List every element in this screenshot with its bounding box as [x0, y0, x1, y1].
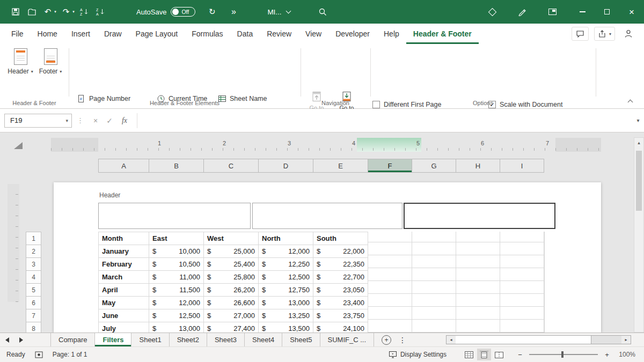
table-cell[interactable]: $13,250 [259, 309, 313, 322]
table-cell[interactable]: $25,000 [204, 245, 259, 258]
sheet-tab-sheet3[interactable]: Sheet3 [207, 333, 245, 346]
table-cell[interactable]: $12,000 [259, 245, 313, 258]
search-button[interactable] [315, 3, 331, 21]
page-layout-view-button[interactable] [477, 349, 491, 360]
horizontal-scrollbar[interactable]: ◂ ▸ [446, 335, 631, 344]
undo-dropdown[interactable]: ▾ [53, 3, 58, 21]
sheet-tab-compare[interactable]: Compare [50, 333, 95, 346]
table-cell[interactable]: $25,800 [204, 271, 259, 284]
autosave-toggle[interactable]: Off [171, 7, 195, 17]
row-header[interactable]: 4 [26, 271, 41, 284]
scroll-up-icon[interactable]: ▴ [634, 138, 643, 147]
table-cell[interactable]: $13,000 [259, 297, 313, 309]
table-cell[interactable]: $25,400 [204, 258, 259, 271]
sheet-tab-sumif[interactable]: SUMIF_C ... [320, 333, 375, 346]
tab-developer[interactable]: Developer [328, 24, 377, 44]
table-cell[interactable]: February [99, 258, 149, 271]
zoom-out-button[interactable]: − [515, 351, 525, 359]
column-header-b[interactable]: B [149, 159, 204, 172]
tab-data[interactable]: Data [230, 24, 260, 44]
table-cell[interactable]: North [259, 232, 313, 245]
quick-access-overflow-button[interactable]: » [225, 3, 241, 21]
table-cell[interactable]: $12,750 [259, 284, 313, 297]
table-cell[interactable]: $12,500 [149, 309, 204, 322]
collapse-ribbon-button[interactable] [625, 97, 635, 105]
minimize-button[interactable] [570, 0, 595, 24]
table-cell[interactable]: West [204, 232, 259, 245]
sheet-tab-sheet1[interactable]: Sheet1 [131, 333, 169, 346]
sort-ascending-button[interactable]: AZ [76, 3, 92, 21]
vertical-scrollbar[interactable]: ▴ [634, 137, 644, 333]
table-cell[interactable]: $13,500 [259, 322, 313, 333]
display-settings-button[interactable]: Display Settings [389, 351, 447, 358]
footer-button[interactable]: Footer▾ [36, 48, 64, 75]
table-cell[interactable]: $22,350 [313, 258, 368, 271]
share-button[interactable]: ▾ [594, 27, 615, 41]
record-macro-button[interactable] [35, 351, 43, 358]
table-cell[interactable]: $12,250 [259, 258, 313, 271]
zoom-slider-thumb[interactable] [561, 351, 564, 358]
zoom-in-button[interactable]: + [602, 351, 612, 359]
close-button[interactable]: × [619, 0, 644, 24]
table-cell[interactable]: $26,600 [204, 297, 259, 309]
column-header-e[interactable]: E [313, 159, 368, 172]
tab-home[interactable]: Home [31, 24, 64, 44]
tab-formulas[interactable]: Formulas [185, 24, 230, 44]
row-header[interactable]: 6 [26, 297, 41, 309]
table-cell[interactable]: $10,000 [149, 245, 204, 258]
vertical-scroll-thumb[interactable] [636, 151, 642, 211]
row-header[interactable]: 8 [26, 322, 41, 333]
tab-view[interactable]: View [298, 24, 328, 44]
page-break-view-button[interactable] [492, 349, 506, 360]
formula-input[interactable] [137, 113, 632, 128]
next-sheet-button[interactable] [14, 333, 28, 346]
table-cell[interactable]: July [99, 322, 149, 333]
column-header-f-selected[interactable]: F [368, 159, 412, 172]
column-header-d[interactable]: D [259, 159, 313, 172]
row-header[interactable]: 5 [26, 284, 41, 297]
table-cell[interactable]: $10,500 [149, 258, 204, 271]
table-cell[interactable]: April [99, 284, 149, 297]
sheet-tab-sheet4[interactable]: Sheet4 [245, 333, 282, 346]
table-cell[interactable]: $27,000 [204, 309, 259, 322]
row-header[interactable]: 3 [26, 258, 41, 271]
save-button[interactable] [8, 3, 24, 21]
formula-bar-splitter[interactable]: ⋮ [77, 116, 84, 124]
insert-function-button[interactable]: fx [116, 116, 133, 125]
document-title-button[interactable]: MI... [267, 8, 290, 16]
previous-sheet-button[interactable] [0, 333, 14, 346]
table-cell[interactable]: $26,200 [204, 284, 259, 297]
table-cell[interactable]: $23,750 [313, 309, 368, 322]
table-cell[interactable]: $11,000 [149, 271, 204, 284]
column-header-h[interactable]: H [456, 159, 500, 172]
table-cell[interactable]: $12,000 [149, 297, 204, 309]
zoom-level[interactable]: 100% [612, 351, 635, 358]
header-section-right-active[interactable] [404, 203, 555, 229]
open-button[interactable] [24, 3, 40, 21]
scroll-left-icon[interactable]: ◂ [447, 336, 456, 344]
tab-draw[interactable]: Draw [97, 24, 129, 44]
redo-dropdown[interactable]: ▾ [71, 3, 76, 21]
name-box[interactable]: F19 ▾ [4, 114, 72, 128]
empty-cells-region[interactable] [368, 232, 545, 333]
column-header-c[interactable]: C [204, 159, 259, 172]
editor-button[interactable] [484, 3, 500, 21]
table-cell[interactable]: South [313, 232, 368, 245]
horizontal-scroll-thumb[interactable] [456, 336, 591, 344]
header-section-left[interactable] [98, 203, 251, 229]
horizontal-scroll-track[interactable] [456, 336, 621, 344]
table-cell[interactable]: June [99, 309, 149, 322]
table-cell[interactable]: $24,100 [313, 322, 368, 333]
table-cell[interactable]: $13,000 [149, 322, 204, 333]
row-header[interactable]: 2 [26, 245, 41, 258]
tab-review[interactable]: Review [260, 24, 298, 44]
new-sheet-button[interactable]: + [382, 335, 391, 345]
sort-descending-button[interactable]: ZA [92, 3, 108, 21]
row-header[interactable]: 7 [26, 309, 41, 322]
table-cell[interactable]: $23,050 [313, 284, 368, 297]
normal-view-button[interactable] [462, 349, 476, 360]
tab-header-footer[interactable]: Header & Footer [406, 24, 479, 44]
sheet-tab-filters-active[interactable]: Filters [95, 333, 131, 346]
side-to-side-button[interactable] [544, 3, 560, 21]
column-header-a[interactable]: A [99, 159, 149, 172]
